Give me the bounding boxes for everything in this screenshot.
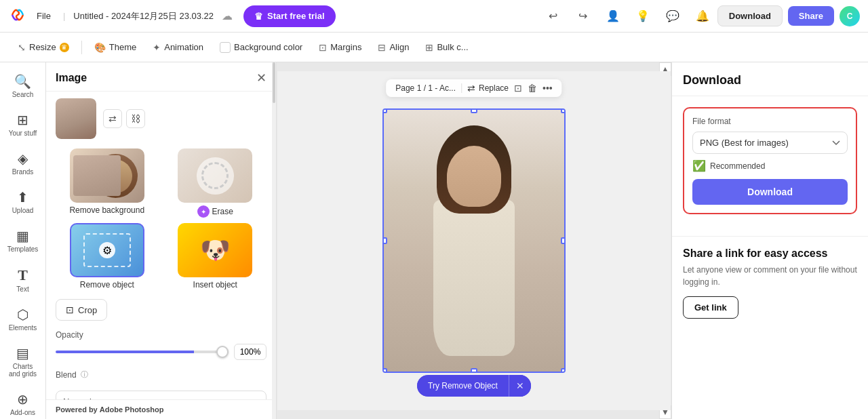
sidebar-item-your-stuff[interactable]: ⊞ Your stuff [4, 106, 42, 142]
undo-button[interactable]: ↩ [544, 7, 563, 26]
main: 🔍 Search ⊞ Your stuff ◈ Brands ⬆ Upload … [0, 62, 868, 419]
tool-remove-bg[interactable]: Remove background [56, 148, 159, 218]
insert-obj-thumbnail: 🐶 [178, 223, 252, 277]
opacity-row [56, 344, 267, 360]
handle-tl[interactable] [382, 108, 387, 113]
more-ctx-icon[interactable]: ••• [542, 83, 553, 94]
replace-icon-btn[interactable]: ⇄ [103, 109, 122, 128]
right-panel: Download File format PNG (Best for image… [671, 62, 868, 419]
share-link-title: Share a link for easy access [683, 247, 857, 260]
bulk-btn[interactable]: ⊞ Bulk c... [418, 39, 475, 56]
elements-icon: ⬡ [17, 306, 28, 323]
blend-select-wrapper: Normal Multiply Screen Overlay Darken Li… [56, 391, 267, 399]
file-menu[interactable]: File [33, 11, 55, 21]
download-panel-button[interactable]: Download [692, 179, 848, 205]
animation-btn[interactable]: ✦ Animation [146, 39, 210, 56]
sidebar-item-templates[interactable]: ▦ Templates [4, 222, 42, 258]
link-icon-btn[interactable]: ⛓ [126, 109, 145, 128]
trial-button[interactable]: ♛ Start free trial [243, 5, 336, 27]
try-remove-close[interactable]: ✕ [509, 375, 531, 397]
blend-info-icon[interactable]: ⓘ [81, 370, 88, 380]
brands-icon: ◈ [18, 151, 28, 167]
left-sidebar: 🔍 Search ⊞ Your stuff ◈ Brands ⬆ Upload … [0, 62, 46, 419]
person-image [384, 110, 564, 372]
remove-obj-thumbnail: ⚙ [70, 223, 144, 277]
margins-icon: ⊡ [319, 42, 327, 53]
panel-scrollbar[interactable] [272, 62, 276, 419]
tool-erase[interactable]: ✦ Erase [164, 148, 267, 218]
account-icon[interactable]: 👤 [604, 7, 623, 26]
bulk-icon: ⊞ [425, 42, 433, 53]
logo[interactable] [8, 5, 27, 26]
opacity-slider[interactable] [56, 351, 229, 353]
try-remove-button[interactable]: Try Remove Object [417, 376, 509, 396]
erase-label: Erase [212, 207, 233, 216]
margins-btn[interactable]: ⊡ Margins [312, 39, 368, 56]
recommended-check-icon: ✅ [692, 159, 706, 172]
redo-button[interactable]: ↪ [574, 7, 593, 26]
erase-label-row: ✦ Erase [197, 205, 233, 218]
theme-icon: 🎨 [94, 42, 106, 53]
bell-icon[interactable]: 🔔 [693, 7, 712, 26]
blend-select[interactable]: Normal Multiply Screen Overlay Darken Li… [56, 391, 267, 399]
crop-button[interactable]: ⊡ Crop [56, 299, 107, 321]
divider1 [81, 41, 82, 54]
download-panel-title: Download [683, 73, 857, 87]
remove-obj-label: Remove object [80, 280, 134, 290]
sidebar-item-add-ons[interactable]: ⊕ Add-ons [4, 386, 42, 419]
bg-color-btn[interactable]: Background color [213, 39, 309, 56]
handle-tm[interactable] [471, 108, 477, 113]
doc-title[interactable]: Untitled - 2024年12月25日 23.03.22 [73, 10, 214, 22]
add-ons-icon: ⊕ [17, 391, 28, 407]
remove-bg-thumbnail [70, 148, 144, 203]
thumbnail-img [56, 98, 96, 139]
handle-bl[interactable] [382, 368, 387, 373]
handle-bm[interactable] [471, 368, 477, 373]
pro-badge: ♛ [60, 43, 69, 52]
crop-ctx-icon[interactable]: ⊡ [514, 83, 522, 94]
resize-btn[interactable]: ⤡ Resize ♛ [11, 39, 76, 56]
sidebar-item-brands[interactable]: ◈ Brands [4, 145, 42, 181]
panel-scrollbar-thumb[interactable] [273, 62, 275, 103]
comment-icon[interactable]: 💬 [663, 7, 682, 26]
sidebar-item-upload[interactable]: ⬆ Upload [4, 184, 42, 220]
sidebar-item-charts[interactable]: ▤ Charts and grids [4, 340, 42, 383]
sidebar-item-search[interactable]: 🔍 Search [4, 68, 42, 104]
get-link-button[interactable]: Get link [683, 296, 738, 319]
sidebar-item-text[interactable]: T Text [4, 261, 42, 298]
sidebar-item-elements[interactable]: ⬡ Elements [4, 301, 42, 337]
share-link-section: Share a link for easy access Let anyone … [672, 236, 868, 330]
topbar-icons: ↩ ↪ 👤 💡 💬 🔔 [544, 7, 712, 26]
search-icon: 🔍 [14, 73, 31, 89]
file-format-label: File format [692, 117, 848, 126]
cloud-icon[interactable]: ☁ [222, 9, 233, 22]
tool-insert-obj[interactable]: 🐶 Insert object [164, 223, 267, 290]
align-btn[interactable]: ⊟ Align [371, 39, 416, 56]
crop-icon: ⊡ [66, 304, 74, 315]
recommended-text: Recommended [710, 161, 765, 171]
tool-remove-obj[interactable]: ⚙ Remove object [56, 223, 159, 290]
replace-button[interactable]: ⇄ Replace [467, 83, 509, 94]
charts-icon: ▤ [16, 345, 29, 361]
selected-image[interactable]: ↻ [382, 108, 566, 373]
handle-tr[interactable] [561, 108, 566, 113]
templates-icon: ▦ [16, 228, 29, 244]
format-select[interactable]: PNG (Best for images) JPG PDF Standard P… [692, 132, 848, 154]
panel-close-button[interactable]: ✕ [256, 71, 267, 85]
canvas-content[interactable]: ↻ [277, 71, 671, 410]
toolbar2: ⤡ Resize ♛ 🎨 Theme ✦ Animation Backgroun… [0, 33, 868, 62]
handle-mr[interactable] [561, 237, 566, 244]
canvas-area[interactable]: ▲ ▼ Page 1 / 1 - Ac... ⇄ Replace ⊡ 🗑 ••• [277, 62, 671, 419]
theme-btn[interactable]: 🎨 Theme [87, 39, 143, 56]
bulb-icon[interactable]: 💡 [633, 7, 652, 26]
resize-icon: ⤡ [18, 42, 26, 53]
share-button[interactable]: Share [788, 6, 834, 26]
trash-ctx-icon[interactable]: 🗑 [528, 83, 537, 94]
blend-label-row: Blend ⓘ [56, 370, 267, 380]
opacity-value-input[interactable] [234, 344, 267, 360]
tool-grid: Remove background ✦ Erase [56, 148, 267, 290]
handle-br[interactable] [561, 368, 566, 373]
handle-ml[interactable] [382, 237, 387, 244]
avatar[interactable]: C [840, 6, 860, 26]
download-button[interactable]: Download [717, 5, 783, 26]
